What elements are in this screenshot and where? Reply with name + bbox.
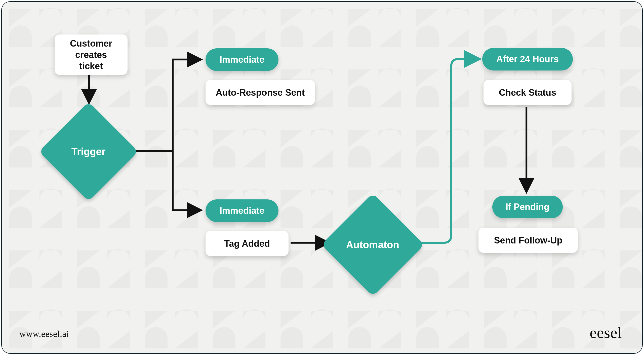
node-immediate-1: Immediate	[206, 48, 278, 71]
node-after-24: After 24 Hours	[482, 48, 573, 70]
node-auto-response: Auto-Response Sent	[206, 80, 315, 105]
node-if-pending: If Pending	[492, 196, 563, 218]
diagram-frame: Customer creates ticket Trigger Immediat…	[1, 1, 643, 354]
node-trigger-label: Trigger	[71, 146, 106, 157]
footer-url: www.eesel.ai	[19, 329, 69, 339]
node-immediate-2: Immediate	[206, 199, 278, 222]
node-automaton-label: Automaton	[346, 239, 399, 250]
node-check-status: Check Status	[484, 80, 572, 105]
node-send-follow-up: Send Follow-Up	[478, 228, 578, 253]
node-tag-added: Tag Added	[206, 231, 289, 256]
node-start: Customer creates ticket	[55, 34, 128, 75]
footer-brand: eesel	[590, 324, 622, 342]
